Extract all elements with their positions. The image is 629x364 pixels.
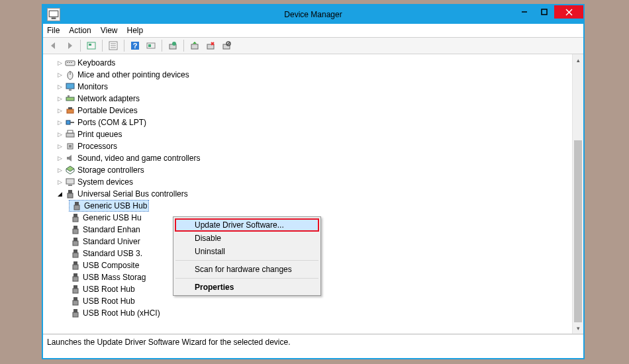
window-title: Device Manager xyxy=(43,10,583,19)
svg-rect-35 xyxy=(67,109,73,113)
vertical-scrollbar[interactable]: ▴ ▾ xyxy=(572,54,583,334)
close-button[interactable] xyxy=(554,5,583,19)
scan-hardware-button[interactable] xyxy=(144,39,158,52)
tree-category[interactable]: ▷ Sound, video and game controllers xyxy=(47,152,583,164)
context-scan-hardware[interactable]: Scan for hardware changes xyxy=(175,263,319,276)
tree-category[interactable]: ▷ Network adapters xyxy=(47,93,583,105)
tree-category[interactable]: ▷ Monitors xyxy=(47,81,583,93)
update-driver-button[interactable] xyxy=(166,39,179,52)
svg-rect-3 xyxy=(542,9,547,15)
show-hidden-button[interactable] xyxy=(85,39,98,52)
maximize-button[interactable] xyxy=(534,5,554,19)
expand-icon[interactable]: ▷ xyxy=(55,155,64,161)
usb-device-icon xyxy=(70,248,81,259)
tree-item-selected[interactable]: Generic USB Hub xyxy=(47,200,583,212)
svg-rect-41 xyxy=(69,145,72,148)
enable-button[interactable] xyxy=(188,39,201,52)
scroll-up-icon[interactable]: ▴ xyxy=(573,54,583,66)
expand-icon[interactable]: ▷ xyxy=(55,119,64,126)
svg-rect-61 xyxy=(73,289,78,293)
minimize-button[interactable] xyxy=(514,5,534,19)
usb-device-icon xyxy=(70,272,81,283)
disable-button[interactable] xyxy=(220,39,233,52)
collapse-icon[interactable]: ◢ xyxy=(55,191,64,197)
expand-icon[interactable]: ▷ xyxy=(55,83,64,90)
usb-device-icon xyxy=(70,308,81,318)
context-update-driver[interactable]: Update Driver Software... xyxy=(175,218,319,232)
context-disable[interactable]: Disable xyxy=(175,232,319,245)
titlebar: Device Manager xyxy=(43,5,583,24)
svg-rect-53 xyxy=(73,241,78,246)
svg-rect-63 xyxy=(73,300,78,305)
tree-label: Network adapters xyxy=(77,94,140,103)
svg-rect-26 xyxy=(67,62,68,63)
tree-category[interactable]: ▷ Print queues xyxy=(47,128,583,140)
toolbar-separator xyxy=(162,40,162,52)
svg-rect-52 xyxy=(73,238,77,241)
svg-rect-31 xyxy=(66,83,74,89)
svg-rect-50 xyxy=(73,226,77,229)
toolbar-separator xyxy=(102,40,103,52)
tree-label: Portable Devices xyxy=(77,106,138,115)
tree-category[interactable]: ▷ Ports (COM & LPT) xyxy=(47,116,583,128)
tree-label: USB Root Hub xyxy=(83,285,135,294)
usb-icon xyxy=(65,189,75,199)
tree-category[interactable]: ▷ Storage controllers xyxy=(47,164,583,176)
expand-icon[interactable]: ▷ xyxy=(55,131,64,138)
expand-icon[interactable]: ▷ xyxy=(55,167,64,173)
keyboard-icon xyxy=(65,58,75,68)
expand-icon[interactable]: ▷ xyxy=(55,107,64,114)
svg-rect-37 xyxy=(66,120,70,124)
svg-rect-1 xyxy=(52,18,56,19)
expand-icon[interactable]: ▷ xyxy=(55,95,64,102)
context-properties[interactable]: Properties xyxy=(175,281,319,294)
tree-category[interactable]: ▷ Mice and other pointing devices xyxy=(47,69,583,81)
svg-rect-15 xyxy=(148,44,151,47)
tree-category[interactable]: ▷ Portable Devices xyxy=(47,105,583,116)
tree-category[interactable]: ▷ Processors xyxy=(47,140,583,152)
menu-action[interactable]: Action xyxy=(69,26,91,35)
cpu-icon xyxy=(65,141,75,152)
menu-view[interactable]: View xyxy=(101,26,118,35)
context-menu: Update Driver Software... Disable Uninst… xyxy=(173,216,321,296)
context-separator xyxy=(175,278,318,279)
system-icon xyxy=(65,177,75,187)
expand-icon[interactable]: ▷ xyxy=(55,179,64,185)
expand-icon[interactable]: ▷ xyxy=(55,71,64,78)
menu-file[interactable]: File xyxy=(47,26,60,35)
tree-label: Ports (COM & LPT) xyxy=(77,118,146,127)
tree-category[interactable]: ▷ Keyboards xyxy=(47,57,583,69)
svg-rect-65 xyxy=(73,312,78,317)
expand-icon[interactable]: ▷ xyxy=(55,60,64,66)
scroll-thumb[interactable] xyxy=(574,140,582,322)
svg-rect-56 xyxy=(73,261,77,265)
statusbar: Launches the Update Driver Software Wiza… xyxy=(43,334,583,349)
tree-label: Generic USB Hub xyxy=(84,201,147,210)
menu-help[interactable]: Help xyxy=(127,26,144,35)
usb-device-icon xyxy=(70,260,81,271)
status-text: Launches the Update Driver Software Wiza… xyxy=(47,338,291,347)
forward-button[interactable] xyxy=(63,39,76,52)
usb-device-icon xyxy=(70,284,81,295)
context-uninstall[interactable]: Uninstall xyxy=(175,245,319,258)
tree-label: Standard USB 3. xyxy=(83,249,142,258)
printer-icon xyxy=(65,129,75,140)
usb-device-icon xyxy=(70,212,81,223)
toolbar: ? xyxy=(43,37,583,54)
tree-item[interactable]: USB Root Hub xyxy=(47,295,583,307)
svg-rect-42 xyxy=(66,179,74,184)
svg-rect-49 xyxy=(73,217,78,222)
uninstall-button[interactable] xyxy=(204,39,217,52)
expand-icon[interactable]: ▷ xyxy=(55,143,64,150)
tree-item[interactable]: USB Root Hub (xHCI) xyxy=(47,307,583,319)
tree-category-usb[interactable]: ◢ Universal Serial Bus controllers xyxy=(47,188,583,200)
tree-category[interactable]: ▷ System devices xyxy=(47,176,583,188)
scroll-down-icon[interactable]: ▾ xyxy=(573,322,583,334)
properties-button[interactable] xyxy=(107,39,120,52)
back-button[interactable] xyxy=(47,39,60,52)
monitor-icon xyxy=(65,81,75,92)
menubar: File Action View Help xyxy=(43,24,583,37)
tree-label: Standard Enhan xyxy=(83,225,140,234)
help-button[interactable]: ? xyxy=(128,39,142,52)
svg-rect-59 xyxy=(73,277,78,281)
